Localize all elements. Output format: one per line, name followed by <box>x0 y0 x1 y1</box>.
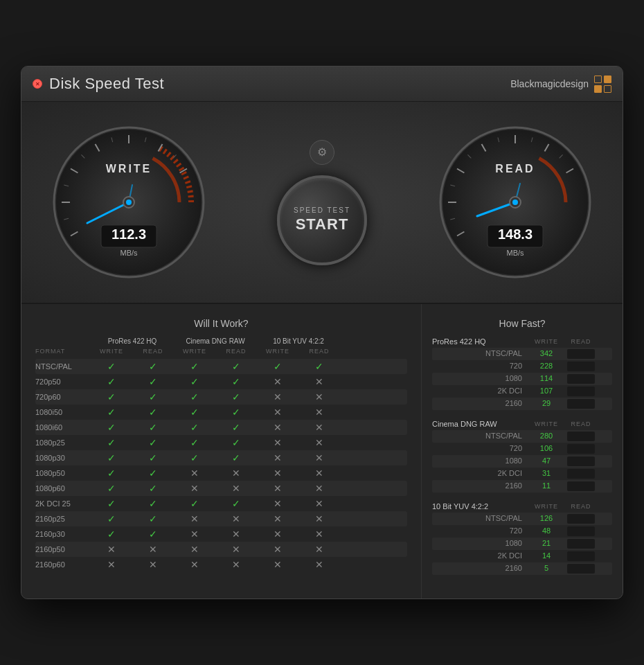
check-icon: ✓ <box>107 437 116 448</box>
cell-value: ✓ <box>215 361 257 372</box>
cell-value: ✕ <box>174 559 215 570</box>
cross-icon: ✕ <box>274 513 282 524</box>
hf-read-bar <box>567 526 595 536</box>
check-icon: ✓ <box>190 376 199 387</box>
cross-icon: ✕ <box>315 437 323 448</box>
cell-value: ✓ <box>91 407 132 418</box>
hf-read-bar <box>567 374 595 384</box>
cell-format: 720p50 <box>35 376 91 387</box>
hf-codec-block: ProRes 422 HQ WRITE READ NTSC/PAL 342 72… <box>432 337 612 410</box>
hf-format-label: 2K DCI <box>432 469 529 479</box>
start-label-small: SPEED TEST <box>294 206 350 214</box>
title-bar: ✕ Disk Speed Test Blackmagicdesign <box>21 66 623 102</box>
cell-value: ✕ <box>298 498 340 509</box>
check-icon: ✓ <box>149 513 157 524</box>
cell-value: ✓ <box>91 452 132 463</box>
cross-icon: ✕ <box>232 559 240 570</box>
hf-write-val: 29 <box>529 399 564 409</box>
cell-value: ✕ <box>174 513 215 524</box>
table-row: 2K DCI 25✓✓✓✓✕✕ <box>35 496 407 511</box>
cross-icon: ✕ <box>190 468 199 479</box>
check-icon: ✓ <box>190 391 199 402</box>
hf-write-val: 114 <box>529 374 564 384</box>
check-icon: ✓ <box>107 468 116 479</box>
cell-value: ✓ <box>215 422 257 433</box>
cell-value: ✓ <box>257 361 298 372</box>
check-icon: ✓ <box>190 452 199 463</box>
hf-write-val: 280 <box>529 432 564 441</box>
col-read1: READ <box>132 348 174 355</box>
cell-value: ✕ <box>257 391 298 402</box>
check-icon: ✓ <box>149 391 157 402</box>
hf-data-row: NTSC/PAL 280 <box>432 430 612 443</box>
cell-value: ✓ <box>91 422 132 433</box>
cell-value: ✓ <box>215 498 257 509</box>
cross-icon: ✕ <box>107 544 116 555</box>
cross-icon: ✕ <box>315 452 323 463</box>
cross-icon: ✕ <box>232 483 240 494</box>
hf-data-row: 2K DCI 31 <box>432 468 612 480</box>
svg-text:MB/s: MB/s <box>506 249 524 257</box>
hf-data-row: NTSC/PAL 342 <box>432 348 612 360</box>
cross-icon: ✕ <box>107 559 116 570</box>
start-label-large: START <box>296 215 349 233</box>
will-it-work-title: Will It Work? <box>35 318 407 329</box>
check-icon: ✓ <box>107 529 116 540</box>
how-fast-content: ProRes 422 HQ WRITE READ NTSC/PAL 342 72… <box>432 337 612 575</box>
check-icon: ✓ <box>149 468 157 479</box>
hf-read-bar <box>567 539 595 549</box>
cell-value: ✓ <box>215 437 257 448</box>
cross-icon: ✕ <box>315 544 323 555</box>
check-icon: ✓ <box>232 452 240 463</box>
cross-icon: ✕ <box>190 483 199 494</box>
table-row: 2160p60✕✕✕✕✕✕ <box>35 557 407 572</box>
cross-icon: ✕ <box>190 529 199 540</box>
cell-value: ✕ <box>215 559 257 570</box>
hf-format-label: NTSC/PAL <box>432 349 529 359</box>
data-section: Will It Work? ProRes 422 HQ Cinema DNG R… <box>21 304 623 598</box>
cell-value: ✕ <box>257 529 298 540</box>
settings-button[interactable]: ⚙ <box>310 140 334 165</box>
cell-value: ✕ <box>257 437 298 448</box>
cell-value: ✓ <box>132 483 174 494</box>
cell-value: ✕ <box>174 483 215 494</box>
cell-value: ✕ <box>215 529 257 540</box>
cross-icon: ✕ <box>149 544 157 555</box>
check-icon: ✓ <box>232 498 240 509</box>
cell-format: 1080p30 <box>35 452 91 463</box>
svg-text:148.3: 148.3 <box>498 227 533 242</box>
cross-icon: ✕ <box>315 407 323 418</box>
hf-format-label: 720 <box>432 444 529 454</box>
hf-codec-name: Cinema DNG RAW <box>432 420 529 428</box>
cell-value: ✓ <box>132 529 174 540</box>
hf-format-label: 1080 <box>432 374 529 384</box>
cell-value: ✓ <box>132 498 174 509</box>
cell-value: ✕ <box>257 376 298 387</box>
hf-format-label: 1080 <box>432 456 529 466</box>
hf-write-val: 14 <box>529 551 564 561</box>
hf-data-row: 1080 47 <box>432 455 612 468</box>
hf-write-val: 47 <box>529 456 564 466</box>
check-icon: ✓ <box>107 376 116 387</box>
check-icon: ✓ <box>315 361 323 372</box>
hf-format-label: 720 <box>432 362 529 371</box>
cross-icon: ✕ <box>274 498 282 509</box>
hf-data-row: 2K DCI 14 <box>432 550 612 562</box>
check-icon: ✓ <box>190 422 199 433</box>
check-icon: ✓ <box>190 407 199 418</box>
codec-header-prores: ProRes 422 HQ <box>91 337 174 345</box>
cell-value: ✕ <box>132 544 174 555</box>
brand-logo: Blackmagicdesign <box>510 76 611 93</box>
cross-icon: ✕ <box>232 544 240 555</box>
cell-value: ✓ <box>91 376 132 387</box>
cell-format: 1080p60 <box>35 483 91 494</box>
cell-value: ✕ <box>257 422 298 433</box>
cell-value: ✓ <box>132 391 174 402</box>
close-button[interactable]: ✕ <box>33 79 42 89</box>
brand-name: Blackmagicdesign <box>510 78 589 89</box>
cross-icon: ✕ <box>274 468 282 479</box>
start-button[interactable]: SPEED TEST START <box>277 175 367 265</box>
check-icon: ✓ <box>190 437 199 448</box>
table-row: NTSC/PAL✓✓✓✓✓✓ <box>35 359 407 374</box>
check-icon: ✓ <box>149 361 157 372</box>
